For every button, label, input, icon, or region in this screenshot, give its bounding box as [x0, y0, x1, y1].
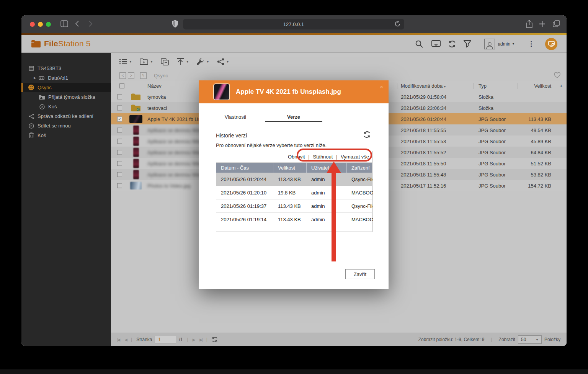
file-toolbar: ▼ ▼ ▼ ▼: [111, 53, 567, 70]
file-modified: 2021/05/18 11:55:53: [401, 138, 446, 144]
annotation-arrow-head: [327, 162, 341, 173]
row-checkbox[interactable]: [117, 183, 122, 188]
user-avatar[interactable]: [484, 39, 495, 49]
version-row[interactable]: 2021/05/26 01:20:10 19.8 KB admin MACBOO…: [216, 186, 372, 199]
row-checkbox[interactable]: [117, 161, 122, 166]
file-type: JPG Soubor: [479, 138, 506, 144]
sidebar-item-share-links[interactable]: Správa odkazů ke sdílení: [21, 111, 111, 121]
version-datetime: 2021/05/26 01:20:10: [216, 190, 273, 196]
file-type: JPG Soubor: [479, 116, 506, 122]
expand-arrow-icon[interactable]: ▶: [34, 76, 36, 80]
share-nodes-icon[interactable]: [217, 58, 224, 65]
search-icon[interactable]: [415, 40, 423, 48]
first-page-icon[interactable]: |◀: [117, 338, 119, 342]
new-tab-icon[interactable]: [539, 21, 545, 27]
page-size-select[interactable]: 50▼: [518, 335, 542, 344]
qts-desktop-icon[interactable]: [545, 38, 557, 50]
forward-icon[interactable]: [88, 21, 93, 27]
zoom-window-button[interactable]: [46, 22, 51, 27]
close-icon[interactable]: ×: [380, 83, 383, 90]
row-checkbox[interactable]: [117, 172, 122, 177]
user-menu-caret-icon[interactable]: ▼: [512, 42, 515, 46]
page-label: Stránka: [136, 337, 152, 342]
file-modified: 2021/05/18 11:55:55: [401, 127, 446, 133]
copy-move-icon[interactable]: [161, 58, 169, 65]
column-header-type[interactable]: Typ: [479, 83, 487, 89]
row-checkbox[interactable]: [117, 150, 122, 155]
reload-icon[interactable]: [395, 21, 400, 27]
version-row[interactable]: 2021/05/26 01:19:14 113.43 KB admin MACB…: [216, 213, 372, 226]
app-title: FileStation 5: [44, 39, 91, 48]
privacy-shield-icon[interactable]: [172, 20, 178, 28]
page-number-input[interactable]: 1: [155, 336, 176, 343]
next-page-icon[interactable]: ▶: [193, 338, 195, 342]
add-column-button[interactable]: +: [560, 83, 563, 89]
image-thumbnail: [129, 182, 142, 189]
tab-properties[interactable]: Vlastnosti: [225, 114, 246, 120]
versions-refresh-icon[interactable]: [363, 131, 371, 138]
sidebar-item-team-folder[interactable]: Přijatá týmová složka: [21, 92, 111, 102]
go-up-icon[interactable]: ↰: [140, 72, 147, 79]
image-thumbnail: [129, 126, 142, 135]
row-checkbox[interactable]: [117, 139, 122, 144]
desktop-edge: [0, 369, 588, 374]
file-modified: 2021/05/18 23:06:34: [401, 105, 446, 111]
share-icon[interactable]: [526, 20, 532, 28]
view-mode-icon[interactable]: [119, 59, 127, 65]
version-table-header: Datum - Čas Velikost Uživatel Zařízení: [216, 163, 372, 173]
upload-icon[interactable]: [176, 58, 184, 65]
upload-caret-icon[interactable]: ▼: [186, 60, 189, 64]
tools-icon[interactable]: [197, 58, 204, 65]
tools-caret-icon[interactable]: ▼: [206, 60, 209, 64]
status-bar: |◀ ◀ | Stránka 1 /1 | ▶ ▶| | Zobrazit po…: [111, 333, 567, 346]
row-checkbox[interactable]: [117, 127, 122, 132]
close-dialog-button[interactable]: Zavřít: [345, 269, 375, 279]
share-caret-icon[interactable]: ▼: [226, 60, 229, 64]
file-size: 154.72 KB: [519, 183, 551, 188]
recycle-icon: [39, 104, 45, 109]
row-checkbox-checked[interactable]: ✓: [117, 116, 122, 121]
close-window-button[interactable]: [30, 22, 35, 27]
tab-versions[interactable]: Verze: [287, 114, 300, 120]
minimize-window-button[interactable]: [38, 22, 43, 27]
folder-logo-icon: [31, 40, 41, 47]
back-icon[interactable]: [75, 21, 79, 27]
browser-sidebar-icon[interactable]: [60, 20, 68, 27]
create-folder-caret-icon[interactable]: ▼: [150, 60, 153, 64]
remote-display-icon[interactable]: [431, 40, 441, 47]
sidebar-item-label: Správa odkazů ke sdílení: [38, 113, 93, 119]
breadcrumb[interactable]: Qsync: [154, 73, 168, 78]
sidebar-item-nas[interactable]: TS453BT3: [21, 64, 111, 73]
tab-overview-icon[interactable]: [553, 20, 560, 27]
version-row-selected[interactable]: 2021/05/26 01:20:44 113.43 KB admin Qsyn…: [216, 173, 372, 186]
list-refresh-icon[interactable]: [212, 336, 218, 343]
column-header-size[interactable]: Velikost: [519, 83, 551, 89]
row-checkbox[interactable]: [117, 105, 122, 110]
view-mode-caret-icon[interactable]: ▼: [129, 60, 132, 64]
more-options-icon[interactable]: ⋮: [528, 41, 534, 47]
address-bar[interactable]: 127.0.0.1: [183, 19, 404, 29]
sidebar-item-qsync[interactable]: Qsync: [21, 83, 111, 92]
refresh-icon[interactable]: [448, 40, 456, 48]
sidebar-item-qsync-recycle[interactable]: Koš: [21, 102, 111, 111]
last-page-icon[interactable]: ▶|: [199, 338, 202, 342]
create-folder-icon[interactable]: [140, 58, 148, 65]
history-forward-icon[interactable]: >: [128, 72, 134, 79]
user-menu[interactable]: admin: [498, 41, 510, 47]
select-all-checkbox[interactable]: [119, 83, 124, 88]
version-row[interactable]: 2021/05/26 01:19:37 113.43 KB admin Qsyn…: [216, 199, 372, 213]
column-header-modified[interactable]: Modifikovaná doba ▾: [401, 83, 446, 89]
favorite-icon[interactable]: [554, 72, 560, 78]
file-size: 53.82 KB: [519, 171, 551, 177]
column-header-name[interactable]: Název: [147, 83, 162, 89]
nas-icon: [28, 66, 34, 71]
filter-icon[interactable]: [464, 40, 471, 47]
image-thumbnail: [129, 170, 142, 179]
history-back-icon[interactable]: <: [119, 72, 126, 79]
filestation-logo: FileStation 5: [21, 39, 91, 48]
prev-page-icon[interactable]: ◀: [124, 338, 127, 342]
sidebar-item-datavol1[interactable]: ▶ DataVol1: [21, 73, 111, 83]
sidebar-item-trash[interactable]: Koš: [21, 131, 111, 140]
row-checkbox[interactable]: [117, 94, 122, 99]
sidebar-item-shared-with-me[interactable]: Sdílet se mnou: [21, 121, 111, 131]
